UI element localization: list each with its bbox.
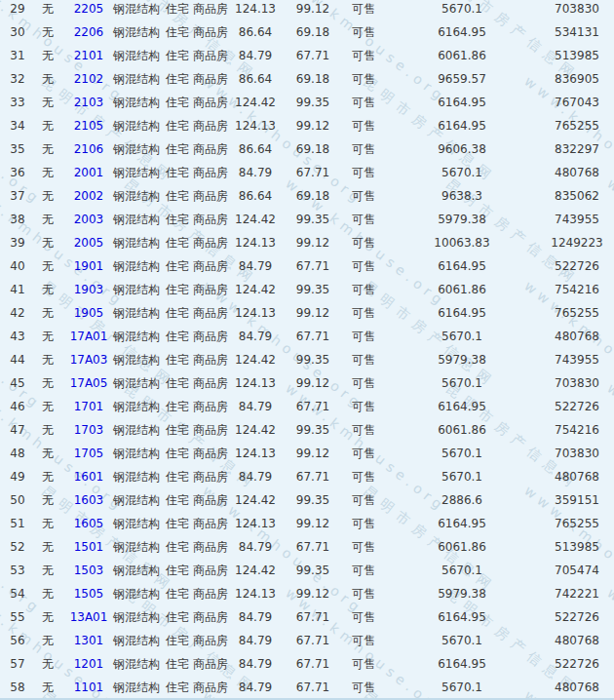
inner-area-cell: 67.71	[283, 254, 343, 278]
build-area-cell: 86.64	[228, 184, 283, 208]
build-area-cell: 124.42	[228, 208, 283, 231]
price-cell: 6164.95	[384, 114, 540, 137]
room-number-link[interactable]: 17A01	[70, 330, 108, 343]
category-cell: 商品房	[193, 395, 228, 418]
room-number-link[interactable]: 2206	[74, 25, 104, 39]
room-number-link[interactable]: 2102	[74, 72, 104, 86]
status-cell: 可售	[343, 161, 384, 184]
inner-area-cell: 99.35	[283, 418, 343, 442]
room-cell: 2105	[66, 114, 111, 137]
inner-area-cell: 67.71	[283, 161, 343, 184]
room-cell: 1901	[66, 254, 111, 278]
label-cell: 无	[29, 161, 66, 184]
table-row: 37 无 2002 钢混结构 住宅 商品房 86.64 69.18 可售 963…	[0, 184, 614, 208]
room-number-link[interactable]: 2205	[74, 2, 104, 16]
label-cell: 无	[29, 325, 66, 348]
room-number-link[interactable]: 17A03	[70, 353, 108, 367]
room-number-link[interactable]: 1301	[74, 634, 104, 647]
room-cell: 1601	[66, 465, 111, 488]
room-number-link[interactable]: 1503	[74, 564, 104, 577]
price-cell: 6164.95	[384, 652, 540, 676]
room-number-link[interactable]: 2105	[74, 119, 104, 133]
room-cell: 2206	[66, 20, 111, 44]
table-row: 44 无 17A03 钢混结构 住宅 商品房 124.42 99.35 可售 5…	[0, 348, 614, 371]
room-number-link[interactable]: 2002	[74, 189, 104, 203]
label-cell: 无	[29, 652, 66, 676]
room-number-link[interactable]: 1501	[74, 540, 104, 554]
inner-area-cell: 99.12	[283, 371, 343, 395]
label-cell: 无	[29, 278, 66, 301]
build-area-cell: 124.42	[228, 418, 283, 442]
table-row: 43 无 17A01 钢混结构 住宅 商品房 84.79 67.71 可售 56…	[0, 325, 614, 348]
label-cell: 无	[29, 395, 66, 418]
label-cell: 无	[29, 442, 66, 465]
label-cell: 无	[29, 137, 66, 161]
structure-cell: 钢混结构	[111, 582, 162, 605]
structure-cell: 钢混结构	[111, 208, 162, 231]
row-index-cell: 30	[0, 20, 29, 44]
room-cell: 1701	[66, 395, 111, 418]
room-number-link[interactable]: 1201	[74, 657, 104, 671]
row-index-cell: 38	[0, 208, 29, 231]
build-area-cell: 86.64	[228, 137, 283, 161]
table-row: 47 无 1703 钢混结构 住宅 商品房 124.42 99.35 可售 60…	[0, 418, 614, 442]
category-cell: 商品房	[193, 371, 228, 395]
room-number-link[interactable]: 1605	[74, 517, 104, 530]
room-number-link[interactable]: 1901	[74, 259, 104, 273]
room-number-link[interactable]: 2003	[74, 213, 104, 226]
category-cell: 商品房	[193, 652, 228, 676]
usage-cell: 住宅	[162, 325, 193, 348]
room-cell: 1101	[66, 676, 111, 699]
build-area-cell: 124.42	[228, 91, 283, 114]
status-cell: 可售	[343, 465, 384, 488]
row-index-cell: 47	[0, 418, 29, 442]
inner-area-cell: 99.35	[283, 91, 343, 114]
room-number-link[interactable]: 1703	[74, 423, 104, 437]
price-cell: 5670.1	[384, 161, 540, 184]
status-cell: 可售	[343, 67, 384, 91]
price-cell: 5979.38	[384, 582, 540, 605]
inner-area-cell: 69.18	[283, 137, 343, 161]
room-number-link[interactable]: 2005	[74, 236, 104, 250]
price-cell: 5670.1	[384, 465, 540, 488]
usage-cell: 住宅	[162, 395, 193, 418]
room-number-link[interactable]: 2103	[74, 96, 104, 109]
row-index-cell: 53	[0, 559, 29, 582]
room-cell: 1905	[66, 301, 111, 325]
structure-cell: 钢混结构	[111, 137, 162, 161]
price-cell: 6164.95	[384, 20, 540, 44]
table-row: 52 无 1501 钢混结构 住宅 商品房 84.79 67.71 可售 606…	[0, 535, 614, 559]
row-index-cell: 34	[0, 114, 29, 137]
status-cell: 可售	[343, 395, 384, 418]
room-number-link[interactable]: 1505	[74, 587, 104, 601]
category-cell: 商品房	[193, 0, 228, 20]
room-number-link[interactable]: 2106	[74, 142, 104, 156]
total-price-cell: 480768	[540, 161, 614, 184]
build-area-cell: 84.79	[228, 676, 283, 699]
price-cell: 2886.6	[384, 488, 540, 512]
room-number-link[interactable]: 1903	[74, 283, 104, 296]
room-number-link[interactable]: 2001	[74, 166, 104, 179]
table-row: 45 无 17A05 钢混结构 住宅 商品房 124.13 99.12 可售 5…	[0, 371, 614, 395]
build-area-cell: 84.79	[228, 395, 283, 418]
room-cell: 2003	[66, 208, 111, 231]
room-number-link[interactable]: 1705	[74, 447, 104, 460]
price-cell: 6061.86	[384, 535, 540, 559]
inner-area-cell: 67.71	[283, 44, 343, 67]
room-number-link[interactable]: 1101	[74, 681, 104, 694]
room-number-link[interactable]: 1701	[74, 400, 104, 413]
total-price-cell: 754216	[540, 418, 614, 442]
structure-cell: 钢混结构	[111, 278, 162, 301]
total-price-cell: 480768	[540, 325, 614, 348]
room-number-link[interactable]: 1601	[74, 470, 104, 484]
room-number-link[interactable]: 2101	[74, 49, 104, 62]
room-cell: 1201	[66, 652, 111, 676]
table-row: 46 无 1701 钢混结构 住宅 商品房 84.79 67.71 可售 616…	[0, 395, 614, 418]
usage-cell: 住宅	[162, 44, 193, 67]
room-number-link[interactable]: 17A05	[70, 376, 108, 390]
row-index-cell: 58	[0, 676, 29, 699]
room-number-link[interactable]: 1905	[74, 306, 104, 320]
room-number-link[interactable]: 1603	[74, 493, 104, 507]
row-index-cell: 39	[0, 231, 29, 254]
room-number-link[interactable]: 13A01	[70, 610, 108, 624]
